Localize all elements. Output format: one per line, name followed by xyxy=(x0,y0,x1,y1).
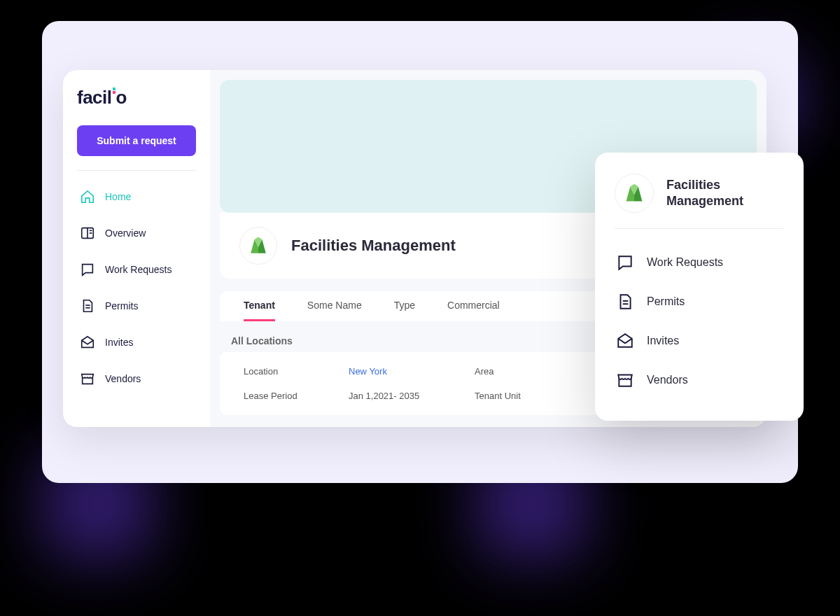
sidebar-item-invites[interactable]: Invites xyxy=(77,328,196,357)
sidebar-item-label: Vendors xyxy=(105,373,141,384)
home-icon xyxy=(80,189,95,204)
sidebar-item-permits[interactable]: Permits xyxy=(77,291,196,321)
floating-card: Facilities Management Work Requests Perm… xyxy=(595,153,804,421)
chat-icon xyxy=(616,253,634,272)
building-logo-icon xyxy=(621,180,648,206)
sidebar-item-label: Work Requests xyxy=(105,264,172,275)
brand-logo: facil o xyxy=(77,87,196,108)
envelope-icon xyxy=(616,332,634,350)
float-item-label: Permits xyxy=(647,295,685,308)
float-item-label: Work Requests xyxy=(647,256,723,269)
sidebar-item-label: Home xyxy=(105,191,131,202)
book-icon xyxy=(80,225,95,241)
info-value: Jan 1,2021- 2035 xyxy=(349,391,475,401)
sidebar-item-label: Invites xyxy=(105,337,133,348)
document-icon xyxy=(616,293,634,311)
float-item-label: Invites xyxy=(647,335,679,347)
sidebar-item-home[interactable]: Home xyxy=(77,182,196,211)
storefront-icon xyxy=(616,371,634,389)
info-label: Location xyxy=(244,366,349,377)
tab-commercial[interactable]: Commercial xyxy=(447,300,500,321)
info-extra: Tenant Unit xyxy=(475,391,521,401)
float-item-label: Vendors xyxy=(647,374,688,386)
sidebar-item-label: Permits xyxy=(105,300,138,312)
page-logo xyxy=(239,227,277,265)
divider xyxy=(77,170,196,171)
floating-logo xyxy=(615,174,654,213)
page-title: Facilities Management xyxy=(291,237,456,255)
building-logo-icon xyxy=(246,233,271,258)
tab-tenant[interactable]: Tenant xyxy=(244,300,275,321)
float-item-vendors[interactable]: Vendors xyxy=(615,360,784,400)
brand-dots-icon xyxy=(113,88,115,94)
chat-icon xyxy=(80,262,95,277)
info-extra: Area xyxy=(475,366,493,377)
storefront-icon xyxy=(80,371,95,386)
sidebar-item-work-requests[interactable]: Work Requests xyxy=(77,255,196,284)
location-link[interactable]: New York xyxy=(349,366,475,377)
sidebar: facil o Submit a request Home Overview W… xyxy=(63,70,210,427)
float-item-invites[interactable]: Invites xyxy=(615,321,784,360)
document-icon xyxy=(80,298,95,314)
submit-request-button[interactable]: Submit a request xyxy=(77,125,196,156)
float-item-work-requests[interactable]: Work Requests xyxy=(615,243,784,282)
tab-type[interactable]: Type xyxy=(394,300,415,321)
info-label: Lease Period xyxy=(244,391,349,401)
sidebar-item-label: Overview xyxy=(105,227,146,239)
float-item-permits[interactable]: Permits xyxy=(615,282,784,321)
envelope-icon xyxy=(80,335,95,350)
tab-some-name[interactable]: Some Name xyxy=(307,300,362,321)
sidebar-item-vendors[interactable]: Vendors xyxy=(77,364,196,393)
floating-header: Facilities Management xyxy=(615,174,784,229)
floating-title: Facilities Management xyxy=(666,177,743,210)
sidebar-item-overview[interactable]: Overview xyxy=(77,218,196,248)
